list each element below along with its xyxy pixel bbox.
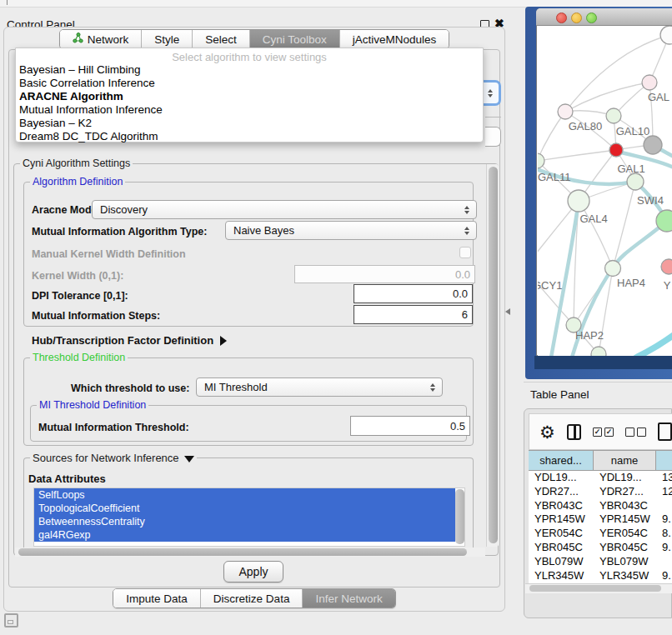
zoom-traffic-light-icon[interactable] bbox=[586, 12, 597, 23]
table-hscrollbar-thumb[interactable] bbox=[529, 585, 661, 592]
network-node-swi4[interactable] bbox=[627, 173, 644, 190]
column-header[interactable]: A bbox=[656, 451, 672, 470]
mi-algorithm-type-combobox[interactable]: Naive Bayes bbox=[225, 221, 477, 240]
network-edge[interactable] bbox=[572, 268, 613, 356]
dpi-tolerance-field[interactable]: 0.0 bbox=[354, 284, 473, 303]
network-node[interactable] bbox=[644, 136, 662, 154]
table-cell: YER054C bbox=[594, 527, 656, 541]
top-divider-tick bbox=[7, 0, 8, 5]
table-row[interactable]: YBR043CYBR043C bbox=[529, 499, 672, 513]
network-node-gal1[interactable] bbox=[609, 143, 623, 157]
network-node-hap4[interactable] bbox=[605, 261, 621, 277]
gear-icon[interactable]: ⚙ bbox=[539, 423, 555, 441]
kernel-width-label: Kernel Width (0,1): bbox=[32, 270, 123, 282]
close-traffic-light-icon[interactable] bbox=[556, 12, 567, 23]
mi-steps-field[interactable]: 6 bbox=[354, 305, 473, 324]
network-node-gal[interactable] bbox=[642, 75, 657, 90]
tab-jactivemnodules[interactable]: jActiveMNodules bbox=[339, 30, 449, 48]
algorithm-option[interactable]: Bayesian – K2 bbox=[16, 117, 483, 130]
node-label: GAL1 bbox=[617, 162, 644, 175]
splitpane-collapse-icon[interactable] bbox=[505, 308, 510, 315]
attribute-item[interactable]: TopologicalCoefficient bbox=[34, 502, 455, 515]
tab-discretize-data[interactable]: Discretize Data bbox=[200, 589, 303, 608]
algorithm-dropdown-list: Bayesian – Hill ClimbingBasic Correlatio… bbox=[16, 63, 483, 143]
network-edge[interactable] bbox=[538, 150, 616, 161]
table-cell: YLR345W bbox=[529, 569, 594, 583]
network-node[interactable] bbox=[656, 210, 672, 232]
kernel-width-field[interactable]: 0.0 bbox=[294, 265, 475, 283]
table-row[interactable]: YDL19...YDL19...13 bbox=[529, 471, 672, 485]
node-label: GAL bbox=[648, 91, 669, 103]
tab-infer-network[interactable]: Infer Network bbox=[302, 589, 394, 608]
column-header[interactable]: shared... bbox=[529, 451, 594, 470]
attribute-item[interactable]: SelfLoops bbox=[34, 488, 455, 502]
algorithm-option[interactable]: Dream8 DC_TDC Algorithm bbox=[16, 130, 483, 143]
algorithm-option[interactable]: Bayesian – Hill Climbing bbox=[16, 63, 483, 77]
table-row[interactable]: YBL079WYBL079W bbox=[529, 555, 672, 569]
file-icon[interactable] bbox=[658, 422, 672, 441]
algorithm-dropdown-popup: Select algorithm to view settings Bayesi… bbox=[15, 48, 484, 142]
table-row[interactable]: YBR045CYBR045C9. bbox=[529, 541, 672, 555]
sources-group-title[interactable]: Sources for Network Inference bbox=[30, 452, 197, 464]
minimize-traffic-light-icon[interactable] bbox=[571, 12, 582, 23]
network-node-gal4[interactable] bbox=[568, 190, 589, 212]
settings-hscrollbar-thumb[interactable] bbox=[18, 548, 467, 556]
network-node-gal11[interactable] bbox=[538, 153, 544, 168]
attribute-item[interactable]: gal4RGexp bbox=[34, 528, 455, 542]
algorithm-option[interactable]: ARACNE Algorithm bbox=[16, 90, 483, 103]
network-edge[interactable] bbox=[538, 112, 565, 161]
table-cell: 9. bbox=[656, 512, 672, 527]
table-row[interactable]: YLR345WYLR345W9. bbox=[529, 569, 672, 583]
checked-boxes-icon[interactable]: ✓✓ bbox=[593, 428, 614, 437]
data-attributes-list[interactable]: SelfLoopsTopologicalCoefficientBetweenne… bbox=[33, 488, 465, 547]
combo-stepper-icon bbox=[426, 383, 439, 392]
unchecked-boxes-icon[interactable] bbox=[625, 428, 646, 437]
tab-select[interactable]: Select bbox=[192, 30, 249, 48]
table-row[interactable]: YER054CYER054C8. bbox=[529, 527, 672, 541]
table-cell: YBR045C bbox=[594, 541, 656, 555]
manual-kernel-width-checkbox[interactable] bbox=[459, 247, 471, 258]
network-node[interactable] bbox=[660, 26, 672, 44]
apply-button[interactable]: Apply bbox=[223, 561, 283, 582]
inference-algorithm-combobox-fragment[interactable] bbox=[484, 80, 501, 106]
table-cell: YDR27... bbox=[529, 485, 594, 499]
network-edge[interactable] bbox=[636, 335, 672, 356]
mi-threshold-field[interactable]: 0.5 bbox=[350, 416, 470, 436]
algorithm-option[interactable]: Basic Correlation Inference bbox=[16, 77, 483, 90]
network-canvas[interactable]: GALGAL80GAL10GAL1GAL11SWI4GAL4HAP4YGCY1H… bbox=[538, 26, 672, 356]
table-cell: YBR043C bbox=[529, 499, 594, 513]
column-header[interactable]: name bbox=[594, 451, 656, 470]
split-columns-icon[interactable] bbox=[567, 424, 581, 440]
hub-definition-label: Hub/Transcription Factor Definition bbox=[32, 334, 213, 347]
tab-cyni-toolbox[interactable]: Cyni Toolbox bbox=[249, 30, 339, 48]
which-threshold-combobox[interactable]: MI Threshold bbox=[196, 378, 443, 397]
table-cell: 8. bbox=[656, 527, 672, 541]
combo-stepper-icon bbox=[460, 227, 474, 235]
table-cell: YBR043C bbox=[594, 499, 656, 513]
mi-threshold-label: Mutual Information Threshold: bbox=[38, 422, 189, 433]
tab-impute-data[interactable]: Impute Data bbox=[113, 589, 200, 608]
hub-definition-toggle[interactable]: Hub/Transcription Factor Definition bbox=[32, 334, 227, 347]
control-panel-tabbar: NetworkStyleSelectCyni ToolboxjActiveMNo… bbox=[0, 29, 509, 49]
aracne-mode-combobox[interactable]: Discovery bbox=[92, 200, 477, 219]
table-cell bbox=[656, 499, 672, 513]
docked-panel-icon[interactable] bbox=[4, 613, 18, 628]
network-window-bottom-border bbox=[534, 356, 672, 369]
network-edge[interactable] bbox=[538, 268, 574, 325]
settings-vscrollbar-thumb[interactable] bbox=[489, 167, 498, 543]
network-node-gal80[interactable] bbox=[558, 104, 573, 119]
attribute-item[interactable]: BetweennessCentrality bbox=[34, 515, 455, 528]
tab-style[interactable]: Style bbox=[141, 30, 192, 48]
table-cell: YBL079W bbox=[529, 555, 594, 569]
table-row[interactable]: YPR145WYPR145W9. bbox=[529, 512, 672, 527]
network-node-y[interactable] bbox=[661, 259, 672, 274]
tab-network[interactable]: Network bbox=[60, 30, 142, 48]
algorithm-option[interactable]: Mutual Information Inference bbox=[16, 103, 483, 117]
network-node-gal10[interactable] bbox=[606, 108, 621, 123]
node-label: GAL11 bbox=[538, 171, 571, 183]
table-row[interactable]: YDR27...YDR27...12 bbox=[529, 485, 672, 499]
combo-stepper-icon bbox=[484, 89, 496, 98]
algorithm-dropdown-placeholder: Select algorithm to view settings bbox=[16, 48, 483, 63]
attributes-list-scrollbar[interactable] bbox=[455, 489, 464, 544]
settings-vscrollbar-track[interactable] bbox=[486, 164, 499, 547]
